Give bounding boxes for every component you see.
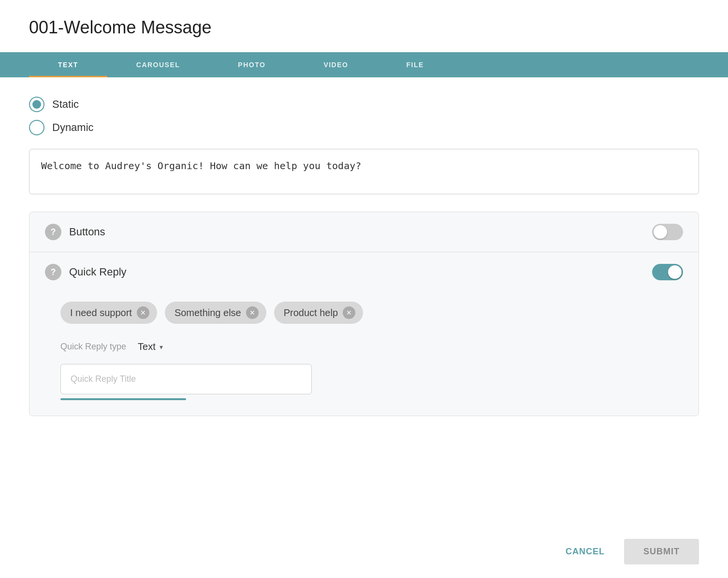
buttons-label: Buttons [69, 226, 105, 238]
quick-reply-toggle-thumb [668, 265, 682, 279]
dropdown-arrow-icon: ▾ [160, 343, 163, 351]
chip-label: Something else [175, 307, 241, 318]
quick-reply-toggle-track [652, 264, 683, 280]
radio-dynamic-label: Dynamic [52, 121, 94, 134]
tab-photo[interactable]: PHOTO [209, 52, 294, 77]
radio-static[interactable]: Static [29, 97, 699, 112]
quick-reply-row-left: ? Quick Reply [45, 264, 127, 280]
buttons-row: ? Buttons [29, 212, 699, 252]
radio-static-circle[interactable] [29, 97, 44, 112]
radio-static-label: Static [52, 98, 79, 111]
quick-reply-label: Quick Reply [69, 266, 127, 278]
qr-title-input[interactable] [60, 364, 312, 394]
chip-label: I need support [70, 307, 132, 318]
qr-type-label: Quick Reply type [60, 342, 126, 352]
quick-reply-row: ? Quick Reply I need support [29, 252, 699, 416]
chip-something-else: Something else ✕ [165, 302, 266, 324]
buttons-toggle-track [652, 224, 683, 240]
action-bar: CANCEL SUBMIT [0, 525, 728, 578]
buttons-help-icon[interactable]: ? [45, 224, 61, 240]
quick-reply-content: I need support ✕ Something else ✕ Produc… [45, 290, 379, 416]
tabs-bar: TEXT CAROUSEL PHOTO VIDEO FILE [0, 52, 728, 77]
cancel-button[interactable]: CANCEL [550, 539, 620, 564]
content-area: Static Dynamic ? Buttons [0, 77, 728, 435]
chips-row: I need support ✕ Something else ✕ Produc… [60, 302, 363, 324]
buttons-toggle[interactable] [652, 224, 683, 240]
radio-dynamic-circle[interactable] [29, 120, 44, 135]
submit-button[interactable]: SUBMIT [624, 539, 699, 564]
tab-text[interactable]: TEXT [29, 52, 107, 77]
quick-reply-help-icon[interactable]: ? [45, 264, 61, 280]
tab-video[interactable]: VIDEO [294, 52, 377, 77]
chip-close-product-help[interactable]: ✕ [343, 306, 355, 319]
tab-carousel[interactable]: CAROUSEL [107, 52, 209, 77]
message-textarea[interactable] [29, 149, 699, 194]
quick-reply-toggle[interactable] [652, 264, 683, 280]
chip-product-help: Product help ✕ [274, 302, 363, 324]
chip-close-i-need-support[interactable]: ✕ [137, 306, 149, 319]
panel: ? Buttons ? Quick Reply [29, 212, 699, 416]
qr-type-select[interactable]: Text ▾ [138, 341, 163, 352]
buttons-toggle-thumb [654, 225, 667, 239]
buttons-row-left: ? Buttons [45, 224, 105, 240]
quick-reply-header: ? Quick Reply [45, 264, 683, 280]
quick-reply-type-row: Quick Reply type Text ▾ [60, 341, 363, 352]
tab-file[interactable]: FILE [377, 52, 452, 77]
qr-progress-bar [60, 398, 186, 400]
radio-dynamic[interactable]: Dynamic [29, 120, 699, 135]
chip-i-need-support: I need support ✕ [60, 302, 157, 324]
radio-group: Static Dynamic [29, 97, 699, 135]
chip-label: Product help [284, 307, 338, 318]
chip-close-something-else[interactable]: ✕ [246, 306, 259, 319]
page-title: 001-Welcome Message [0, 0, 728, 52]
qr-type-value: Text [138, 341, 156, 352]
